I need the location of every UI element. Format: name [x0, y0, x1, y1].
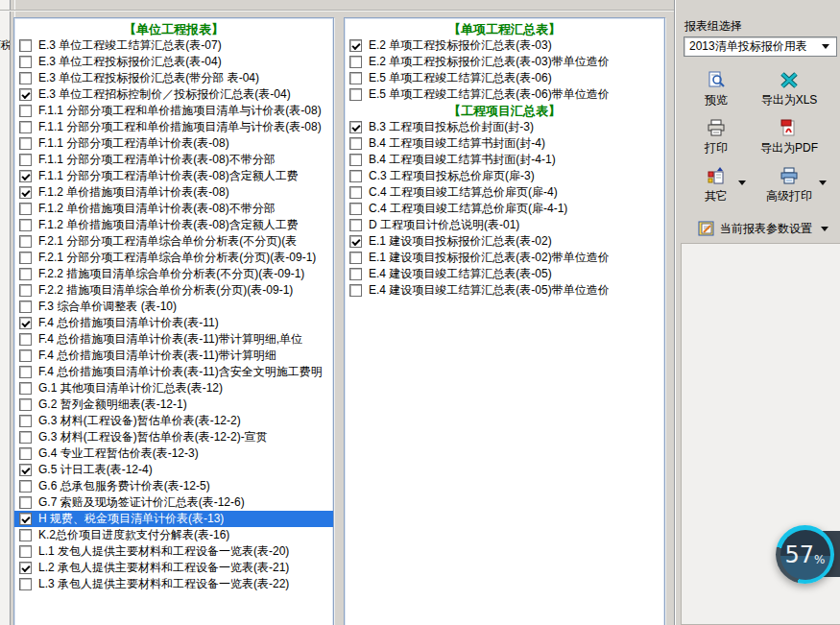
- checkbox-checked[interactable]: [349, 235, 362, 248]
- report-row[interactable]: E.5 单项工程竣工结算汇总表(表-06): [345, 70, 664, 86]
- report-row[interactable]: G.6 总承包服务费计价表(表-12-5): [14, 478, 333, 494]
- checkbox-unchecked[interactable]: [19, 56, 32, 68]
- checkbox-unchecked[interactable]: [349, 154, 362, 166]
- chevron-down-icon[interactable]: [819, 180, 827, 185]
- checkbox-unchecked[interactable]: [19, 235, 32, 248]
- report-row[interactable]: F.3 综合单价调整表 (表-10): [14, 299, 333, 315]
- report-row[interactable]: F.2.2 措施项目清单综合单价分析表(不分页)(表-09-1): [14, 266, 333, 282]
- report-row[interactable]: D 工程项目计价总说明(表-01): [345, 217, 664, 233]
- checkbox-unchecked[interactable]: [19, 137, 32, 150]
- checkbox-unchecked[interactable]: [19, 333, 32, 346]
- preview-button[interactable]: 预览: [679, 71, 754, 108]
- report-row[interactable]: G.5 计日工表(表-12-4): [14, 462, 333, 478]
- checkbox-unchecked[interactable]: [349, 203, 362, 215]
- report-row[interactable]: L.3 承包人提供主要材料和工程设备一览表(表-22): [14, 576, 333, 592]
- checkbox-unchecked[interactable]: [349, 219, 362, 231]
- checkbox-unchecked[interactable]: [349, 56, 362, 68]
- checkbox-unchecked[interactable]: [19, 349, 32, 362]
- report-row[interactable]: G.1 其他项目清单计价汇总表(表-12): [14, 380, 333, 397]
- report-row[interactable]: E.2 单项工程投标报价汇总表(表-03): [345, 37, 664, 54]
- print-button[interactable]: 打印: [679, 119, 754, 156]
- progress-badge[interactable]: 57 %: [776, 525, 834, 584]
- checkbox-unchecked[interactable]: [349, 88, 362, 101]
- checkbox-unchecked[interactable]: [19, 39, 32, 52]
- report-row[interactable]: G.3 材料(工程设备)暂估单价表(表-12-2)-宣贯: [14, 429, 333, 445]
- checkbox-unchecked[interactable]: [19, 578, 32, 590]
- checkbox-unchecked[interactable]: [19, 154, 32, 166]
- report-row[interactable]: E.4 建设项目竣工结算汇总表(表-05)带单位造价: [345, 282, 664, 299]
- checkbox-unchecked[interactable]: [349, 284, 362, 297]
- checkbox-unchecked[interactable]: [19, 529, 32, 541]
- checkbox-checked[interactable]: [19, 317, 32, 329]
- checkbox-unchecked[interactable]: [19, 496, 32, 509]
- checkbox-unchecked[interactable]: [349, 252, 362, 264]
- checkbox-unchecked[interactable]: [19, 300, 32, 313]
- report-row[interactable]: K.2总价项目进度款支付分解表(表-16): [14, 527, 333, 543]
- report-row[interactable]: F.4 总价措施项目清单计价表(表-11)含安全文明施工费明: [14, 364, 333, 380]
- report-row[interactable]: F.1.1 分部分项工程清单计价表(表-08)不带分部: [14, 152, 333, 168]
- report-row[interactable]: F.4 总价措施项目清单计价表(表-11): [14, 315, 333, 331]
- report-row[interactable]: G.2 暂列金额明细表(表-12-1): [14, 397, 333, 413]
- report-row[interactable]: G.4 专业工程暂估价表(表-12-3): [14, 445, 333, 462]
- advanced-print-button[interactable]: 高级打印: [752, 167, 827, 204]
- report-row[interactable]: E.3 单位工程竣工结算汇总表(表-07): [14, 37, 333, 54]
- other-button[interactable]: 其它: [679, 167, 754, 204]
- checkbox-unchecked[interactable]: [19, 121, 32, 133]
- checkbox-unchecked[interactable]: [19, 545, 32, 558]
- report-row[interactable]: F.1.1 分部分项工程和单价措施项目清单与计价表(表-08): [14, 119, 333, 135]
- report-row[interactable]: E.3 单位工程招标控制价／投标报价汇总表(表-04): [14, 86, 333, 103]
- checkbox-unchecked[interactable]: [19, 480, 32, 493]
- export-pdf-button[interactable]: 导出为PDF: [752, 119, 827, 156]
- report-row[interactable]: F.1.1 分部分项工程清单计价表(表-08): [14, 135, 333, 152]
- report-row[interactable]: F.1.2 单价措施项目清单计价表(表-08)不带分部: [14, 201, 333, 217]
- report-row[interactable]: L.2 承包人提供主要材料和工程设备一览表(表-21): [14, 560, 333, 576]
- report-row[interactable]: E.2 单项工程投标报价汇总表(表-03)带单位造价: [345, 54, 664, 70]
- checkbox-unchecked[interactable]: [19, 431, 32, 444]
- checkbox-checked[interactable]: [349, 39, 362, 52]
- chevron-down-icon[interactable]: [821, 227, 828, 231]
- checkbox-unchecked[interactable]: [19, 203, 32, 215]
- report-row[interactable]: C.3 工程项目投标总价扉页(扉-3): [345, 168, 664, 184]
- report-row[interactable]: F.1.2 单价措施项目清单计价表(表-08)含定额人工费: [14, 217, 333, 233]
- checkbox-unchecked[interactable]: [349, 186, 362, 199]
- checkbox-unchecked[interactable]: [19, 398, 32, 411]
- checkbox-unchecked[interactable]: [19, 382, 32, 395]
- report-row[interactable]: F.1.2 单价措施项目清单计价表(表-08): [14, 184, 333, 201]
- checkbox-checked[interactable]: [19, 170, 32, 182]
- checkbox-unchecked[interactable]: [19, 415, 32, 427]
- report-row[interactable]: G.7 索赔及现场签证计价汇总表(表-12-6): [14, 494, 333, 511]
- chevron-down-icon[interactable]: [738, 180, 746, 185]
- checkbox-unchecked[interactable]: [349, 170, 362, 182]
- checkbox-unchecked[interactable]: [349, 72, 362, 84]
- report-row[interactable]: F.2.1 分部分项工程清单综合单价分析表(不分页)(表: [14, 233, 333, 250]
- report-row[interactable]: B.3 工程项目投标总价封面(封-3): [345, 119, 664, 135]
- checkbox-checked[interactable]: [19, 464, 32, 476]
- checkbox-unchecked[interactable]: [19, 72, 32, 84]
- report-row[interactable]: E.3 单位工程投标报价汇总表(表-04): [14, 54, 333, 70]
- report-row[interactable]: L.1 发包人提供主要材料和工程设备一览表(表-20): [14, 543, 333, 560]
- report-row[interactable]: E.5 单项工程竣工结算汇总表(表-06)带单位造价: [345, 86, 664, 103]
- report-row[interactable]: F.4 总价措施项目清单计价表(表-11)带计算明细: [14, 348, 333, 364]
- report-row[interactable]: B.4 工程项目竣工结算书封面(封-4-1): [345, 152, 664, 168]
- report-row[interactable]: E.4 建设项目竣工结算汇总表(表-05): [345, 266, 664, 282]
- checkbox-checked[interactable]: [19, 513, 32, 525]
- checkbox-unchecked[interactable]: [19, 284, 32, 297]
- report-row[interactable]: E.1 建设项目投标报价汇总表(表-02): [345, 233, 664, 250]
- report-row[interactable]: F.1.1 分部分项工程和单价措施项目清单与计价表(表-08): [14, 103, 333, 119]
- checkbox-unchecked[interactable]: [349, 137, 362, 150]
- checkbox-checked[interactable]: [349, 121, 362, 133]
- report-row[interactable]: F.2.1 分部分项工程清单综合单价分析表(分页)(表-09-1): [14, 250, 333, 266]
- report-row[interactable]: B.4 工程项目竣工结算书封面(封-4): [345, 135, 664, 152]
- checkbox-unchecked[interactable]: [19, 219, 32, 231]
- checkbox-unchecked[interactable]: [19, 105, 32, 117]
- export-xls-button[interactable]: 导出为XLS: [752, 71, 827, 108]
- checkbox-unchecked[interactable]: [19, 252, 32, 264]
- report-row[interactable]: F.1.1 分部分项工程清单计价表(表-08)含定额人工费: [14, 168, 333, 184]
- report-row[interactable]: E.3 单位工程投标报价汇总表(带分部 表-04): [14, 70, 333, 86]
- report-row[interactable]: E.1 建设项目投标报价汇总表(表-02)带单位造价: [345, 250, 664, 266]
- report-row[interactable]: F.4 总价措施项目清单计价表(表-11)带计算明细,单位: [14, 331, 333, 348]
- checkbox-unchecked[interactable]: [349, 268, 362, 280]
- checkbox-checked[interactable]: [19, 562, 32, 574]
- current-report-params-button[interactable]: 当前报表参数设置: [698, 220, 828, 237]
- checkbox-unchecked[interactable]: [19, 268, 32, 280]
